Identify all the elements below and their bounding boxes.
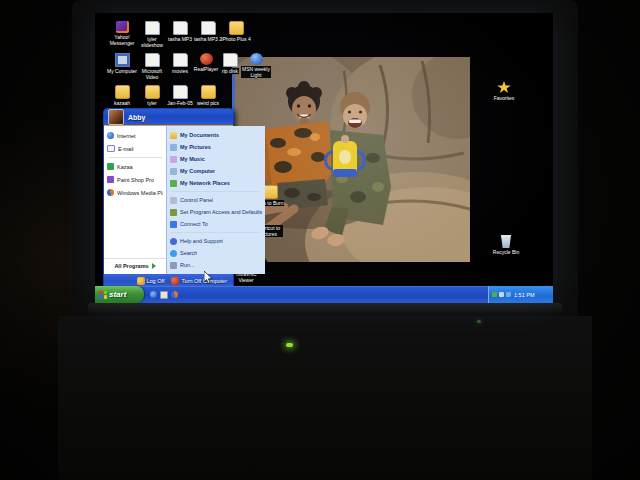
all-programs-button[interactable]: All Programs: [104, 258, 166, 272]
desktop-icon-tasha-mp3[interactable]: tasha MP3: [165, 21, 195, 42]
kazaa-icon: [107, 163, 114, 170]
start-menu-places-column: My Documents My Pictures My Music My Com…: [166, 126, 265, 274]
desktop-icon-yahoo-messenger[interactable]: Yahoo! Messenger: [107, 21, 137, 46]
start-menu-item-internet[interactable]: Internet: [104, 129, 166, 142]
start-menu-item-connect-to[interactable]: Connect To: [167, 218, 265, 230]
control-panel-icon: [170, 197, 177, 204]
log-off-button[interactable]: Log Off: [137, 277, 165, 285]
document-icon: [201, 21, 216, 35]
recycle-bin-icon: [500, 235, 512, 248]
start-menu-item-kazaa[interactable]: Kazaa: [104, 160, 166, 173]
desktop-icon-label: kazaah: [114, 100, 130, 106]
desktop-icon-label: Favorites: [494, 95, 515, 101]
start-menu: Abby Internet E-mail Kazaa: [103, 108, 234, 288]
my-music-icon: [170, 156, 177, 163]
taskbar-clock: 1:51 PM: [514, 292, 534, 298]
help-icon: [170, 238, 177, 245]
desktop-icon-label: MSN weekly Light: [241, 66, 271, 78]
tray-volume-icon[interactable]: [499, 292, 504, 297]
desktop-icon-label: movies: [172, 68, 188, 74]
document-icon: [145, 53, 160, 67]
green-arrow-icon: [152, 263, 156, 269]
program-access-icon: [170, 209, 177, 216]
star-icon: [497, 81, 511, 94]
start-menu-pinned-column: Internet E-mail Kazaa Paint Shop Pro: [104, 126, 166, 274]
start-menu-item-program-access[interactable]: Set Program Access and Defaults: [167, 206, 265, 218]
laptop-screen: Yahoo! Messenger tyler slideshow tasha M…: [95, 13, 553, 303]
connect-to-icon: [170, 221, 177, 228]
system-tray: 1:51 PM: [488, 286, 553, 303]
log-off-icon: [137, 277, 145, 285]
start-menu-item-my-network-places[interactable]: My Network Places: [167, 177, 265, 189]
start-menu-item-paint-shop-pro[interactable]: Paint Shop Pro: [104, 173, 166, 186]
quick-launch-bar: [144, 286, 184, 303]
media-player-icon: [107, 189, 114, 196]
my-computer-icon: [170, 168, 177, 175]
realplayer-icon: [200, 53, 213, 65]
desktop-icon-label: weird pics: [196, 100, 220, 106]
start-menu-item-email[interactable]: E-mail: [104, 142, 166, 155]
email-icon: [107, 145, 115, 152]
yahoo-icon: [116, 21, 129, 33]
desktop-icon-favorites[interactable]: Favorites: [489, 81, 519, 101]
start-menu-item-my-computer[interactable]: My Computer: [167, 165, 265, 177]
desktop-icon-msn-weekly[interactable]: MSN weekly Light: [241, 53, 271, 78]
start-menu-item-search[interactable]: Search: [167, 247, 265, 259]
desktop-icon-weird-pics[interactable]: weird pics: [193, 85, 223, 106]
run-icon: [170, 262, 177, 269]
folder-icon: [115, 85, 130, 99]
laptop-keyboard-deck: [58, 316, 592, 480]
start-menu-item-media-player[interactable]: Windows Media Player: [104, 186, 166, 199]
folder-icon: [201, 85, 216, 99]
user-name: Abby: [128, 114, 146, 121]
turn-off-computer-button[interactable]: Turn Off Computer: [171, 277, 227, 285]
start-menu-item-my-pictures[interactable]: My Pictures: [167, 141, 265, 153]
desktop-icon-kazaah-folder[interactable]: kazaah: [107, 85, 137, 106]
desktop-icon-recycle-bin[interactable]: Recycle Bin: [491, 235, 521, 255]
taskbar: start 1:51 PM: [95, 286, 553, 303]
tray-network-icon[interactable]: [506, 292, 511, 297]
my-pictures-icon: [170, 144, 177, 151]
desktop-icon-microsoft-video[interactable]: Microsoft Video: [137, 53, 167, 80]
desktop-icon-iphoto-plus[interactable]: iPhoto Plus 4: [221, 21, 251, 42]
desktop-icon-label: iPhoto Plus 4: [221, 36, 250, 42]
desktop-icon-tasha-mp3-2[interactable]: tasha MP3 2: [193, 21, 223, 42]
start-button[interactable]: start: [95, 286, 144, 303]
start-menu-item-my-documents[interactable]: My Documents: [167, 129, 265, 141]
desktop-icon-label: tasha MP3: [168, 36, 192, 42]
menu-separator: [171, 232, 261, 233]
desktop-icon-tyler-folder[interactable]: tyler: [137, 85, 167, 106]
document-icon: [173, 21, 188, 35]
menu-separator: [108, 157, 162, 158]
desktop-icon-my-computer[interactable]: My Computer: [107, 53, 137, 74]
start-menu-item-help-and-support[interactable]: Help and Support: [167, 235, 265, 247]
tray-security-icon[interactable]: [492, 292, 497, 297]
mouse-cursor: [204, 271, 213, 284]
computer-icon: [115, 53, 130, 67]
menu-separator: [171, 191, 261, 192]
msn-icon: [250, 53, 263, 65]
windows-flag-icon: [99, 291, 107, 299]
desktop-icon-label: My Computer: [107, 68, 137, 74]
screen-bezel: [88, 303, 562, 313]
start-menu-header: Abby: [104, 109, 233, 125]
power-icon: [171, 277, 179, 285]
desktop-icon-label: tasha MP3 2: [194, 36, 222, 42]
start-menu-item-run[interactable]: Run...: [167, 259, 265, 271]
status-led: [477, 320, 481, 323]
start-menu-item-control-panel[interactable]: Control Panel: [167, 194, 265, 206]
user-avatar: [108, 109, 124, 125]
search-icon: [170, 250, 177, 257]
start-menu-item-my-music[interactable]: My Music: [167, 153, 265, 165]
show-desktop-icon[interactable]: [160, 291, 168, 299]
document-icon: [173, 85, 188, 99]
quick-launch-media-player-icon[interactable]: [171, 291, 178, 298]
document-icon: [173, 53, 188, 67]
document-icon: [145, 21, 160, 35]
desktop-icon-label: tyler: [147, 100, 156, 106]
desktop-icon-tyler-slideshow[interactable]: tyler slideshow: [137, 21, 167, 48]
folder-icon: [145, 85, 160, 99]
desktop-icon-label: tyler slideshow: [137, 36, 167, 48]
internet-explorer-icon: [107, 132, 114, 139]
quick-launch-internet-explorer-icon[interactable]: [150, 291, 157, 298]
